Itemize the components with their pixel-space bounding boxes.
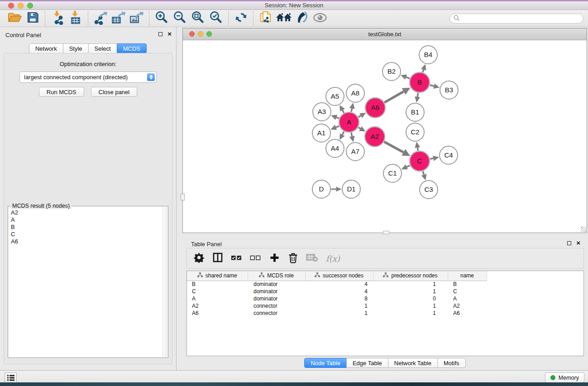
graph-node-A4[interactable]: A4 (326, 139, 344, 157)
task-history-button[interactable] (5, 372, 17, 383)
search-box[interactable] (449, 14, 583, 24)
column-header-shared-name[interactable]: shared name (187, 271, 248, 281)
column-header-mcds-role[interactable]: MCDS role (248, 271, 305, 281)
select-all-rows-button[interactable] (231, 252, 242, 265)
export-network-button[interactable] (91, 11, 110, 26)
tab-network[interactable]: Network (29, 43, 63, 53)
column-header-successor-nodes[interactable]: successor nodes (305, 271, 373, 281)
tab-edge-table[interactable]: Edge Table (346, 358, 388, 368)
table-settings-button[interactable] (194, 252, 205, 265)
mcds-result-item[interactable]: C (11, 231, 168, 238)
graph-node-A[interactable]: A (339, 112, 359, 132)
graph-node-A3[interactable]: A3 (313, 103, 331, 121)
graph-node-D[interactable]: D (312, 180, 330, 198)
mcds-result-item[interactable]: A (11, 216, 168, 224)
table-row[interactable]: A2connector11A2 (187, 302, 583, 310)
save-session-button[interactable] (24, 11, 42, 26)
add-column-button[interactable] (269, 252, 280, 265)
refresh-layout-button[interactable] (232, 11, 250, 26)
graph-node-D1[interactable]: D1 (342, 180, 360, 198)
vertical-splitter-handle[interactable] (181, 194, 185, 200)
tab-network-table[interactable]: Network Table (388, 358, 438, 368)
tab-style[interactable]: Style (63, 43, 89, 53)
style-preview-button[interactable] (293, 11, 311, 26)
graph-node-A1[interactable]: A1 (312, 124, 330, 142)
zoom-selected-button[interactable] (207, 11, 225, 26)
graph-edge-A-A4 (342, 132, 344, 135)
graph-node-A2[interactable]: A2 (365, 127, 385, 147)
toggle-columns-button[interactable] (212, 252, 223, 265)
network-from-selection-button[interactable] (257, 11, 275, 26)
import-network-button[interactable] (48, 11, 67, 26)
search-input[interactable] (460, 14, 583, 23)
graph-node-B4[interactable]: B4 (419, 46, 437, 64)
close-panel-button[interactable]: Close panel (91, 87, 138, 97)
table-row[interactable]: A6connector11A6 (187, 310, 583, 317)
export-table-button[interactable] (110, 11, 128, 26)
deselect-all-rows-button[interactable] (250, 252, 261, 265)
mcds-result-item[interactable]: A2 (11, 209, 168, 216)
open-home-button[interactable] (275, 11, 293, 26)
graph-edge-A-A7 (351, 133, 352, 136)
memory-button[interactable]: Memory (545, 372, 584, 383)
float-panel-button[interactable] (158, 32, 163, 36)
toolbar-separator (45, 11, 45, 26)
show-hide-graphics-button[interactable] (311, 11, 329, 26)
export-image-button[interactable] (128, 11, 146, 26)
network-close-button[interactable] (189, 31, 195, 37)
zoom-out-icon (172, 10, 187, 27)
tab-mcds[interactable]: MCDS (117, 43, 147, 53)
graph-node-C1[interactable]: C1 (383, 164, 402, 182)
close-panel-icon[interactable]: × (167, 32, 172, 36)
zoom-out-button[interactable] (171, 11, 189, 26)
run-mcds-button[interactable]: Run MCDS (39, 87, 84, 97)
tab-select[interactable]: Select (88, 43, 117, 53)
tab-node-table[interactable]: Node Table (304, 358, 347, 368)
column-header-name[interactable]: name (448, 271, 487, 281)
table-row[interactable]: Adominator80A (187, 295, 583, 302)
zoom-in-button[interactable] (153, 11, 171, 26)
window-resize-grip[interactable] (581, 227, 586, 232)
tab-motifs[interactable]: Motifs (437, 358, 466, 368)
table-cell: 1 (373, 302, 448, 310)
table-row[interactable]: Cdominator41C (187, 288, 583, 295)
result-scrollbar[interactable] (163, 207, 167, 357)
mcds-result-item[interactable]: A6 (11, 238, 168, 245)
open-session-button[interactable] (5, 11, 24, 26)
delete-column-button[interactable] (287, 252, 298, 265)
mcds-result-item[interactable]: B (11, 224, 168, 231)
maximize-window-button[interactable] (27, 3, 33, 9)
table-row[interactable]: Bdominator41B (187, 281, 583, 288)
horizontal-splitter-handle[interactable] (383, 231, 389, 234)
graph-node-A5[interactable]: A5 (326, 87, 344, 105)
network-maximize-button[interactable] (206, 31, 212, 37)
graph-node-C3[interactable]: C3 (420, 181, 438, 199)
column-label: MCDS role (267, 272, 294, 279)
minimize-window-button[interactable] (18, 3, 24, 9)
column-header-predecessor-nodes[interactable]: predecessor nodes (373, 271, 448, 281)
node-label: B3 (445, 86, 453, 94)
optimization-criterion-label: Optimization criterion: (4, 61, 172, 67)
close-window-button[interactable] (8, 3, 14, 9)
graph-node-B1[interactable]: B1 (406, 103, 424, 121)
graph-node-C2[interactable]: C2 (406, 123, 424, 141)
table-cell: 1 (373, 288, 448, 295)
graph-node-A7[interactable]: A7 (346, 143, 364, 161)
import-table-button[interactable] (67, 11, 85, 26)
graph-node-B2[interactable]: B2 (382, 62, 401, 81)
graph-node-B3[interactable]: B3 (440, 81, 458, 99)
close-table-panel-icon[interactable]: × (576, 241, 580, 245)
graph-node-B[interactable]: B (410, 72, 430, 92)
search-icon (453, 14, 460, 23)
graph-node-A6[interactable]: A6 (365, 98, 385, 118)
zoom-fit-button[interactable] (189, 11, 207, 26)
graph-node-C[interactable]: C (410, 151, 430, 171)
criterion-select[interactable]: largest connected component (directed) (19, 71, 157, 83)
toolbar-separator (88, 11, 88, 26)
network-window-titlebar: testGlobe.txt (183, 29, 587, 40)
network-minimize-button[interactable] (198, 31, 203, 37)
float-table-panel-button[interactable] (567, 241, 571, 245)
graph-node-A8[interactable]: A8 (346, 84, 364, 102)
network-canvas[interactable]: B4B2BB3A5A8A6A3B1AC2A1A2A4A7CC4C1C3DD1 (183, 40, 587, 233)
graph-node-C4[interactable]: C4 (440, 146, 458, 164)
